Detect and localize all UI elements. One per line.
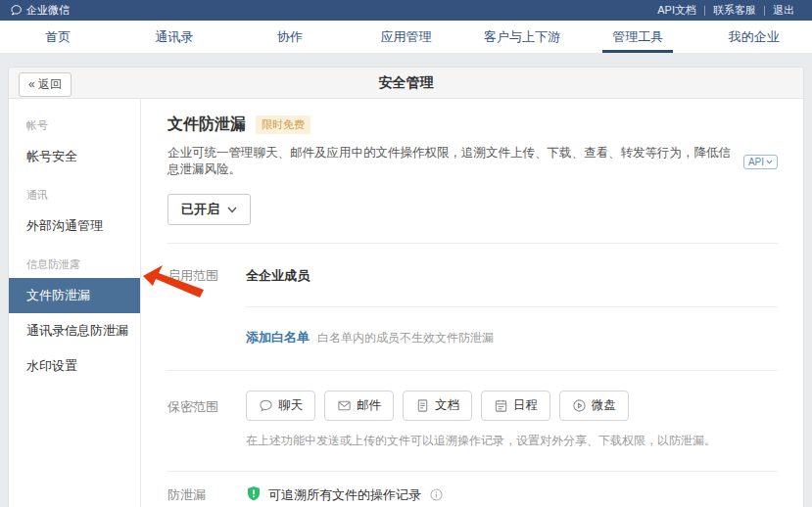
title-row: 文件防泄漏 限时免费 — [167, 115, 778, 135]
content: 文件防泄漏 限时免费 企业可统一管理聊天、邮件及应用中的文件操作权限，追溯文件上… — [141, 99, 803, 507]
chip-wedrive[interactable]: 微盘 — [559, 391, 629, 421]
topbar-links: API文档 联系客服 退出 — [649, 3, 802, 18]
chip-label: 聊天 — [278, 397, 303, 414]
logout-link[interactable]: 退出 — [765, 3, 802, 18]
limited-free-badge: 限时免费 — [256, 115, 310, 134]
chip-mail[interactable]: 邮件 — [324, 391, 394, 421]
prevention-item: 可追溯所有文件的操作记录 — [246, 485, 778, 504]
sidebar-item-watermark-settings[interactable]: 水印设置 — [9, 348, 140, 384]
api-docs-link[interactable]: API文档 — [649, 3, 704, 18]
chevron-down-icon — [766, 160, 773, 164]
page: « 返回 安全管理 帐号 帐号安全 通讯 外部沟通管理 信息防泄露 文件防泄漏 … — [0, 54, 812, 507]
wecom-logo-icon — [10, 4, 23, 17]
chevron-down-icon — [227, 207, 237, 213]
feature-description: 企业可统一管理聊天、邮件及应用中的文件操作权限，追溯文件上传、下载、查看、转发等… — [167, 145, 734, 178]
nav-item-contacts[interactable]: 通讯录 — [116, 21, 231, 53]
secrecy-section: 保密范围 聊天 — [167, 371, 778, 471]
chat-icon — [259, 398, 273, 413]
brand: 企业微信 — [10, 3, 70, 18]
card-header: « 返回 安全管理 — [9, 68, 803, 99]
status-dropdown[interactable]: 已开启 — [167, 194, 251, 225]
chip-label: 邮件 — [357, 397, 381, 414]
scope-label: 启用范围 — [167, 267, 246, 285]
secrecy-note: 在上述功能中发送或上传的文件可以追溯操作记录，设置对外分享、下载权限，以防泄漏。 — [246, 433, 778, 449]
nav-item-collaboration[interactable]: 协作 — [232, 21, 348, 53]
nav-item-app-management[interactable]: 应用管理 — [348, 21, 463, 53]
nav-item-customers[interactable]: 客户与上下游 — [464, 21, 580, 53]
whitelist-note: 白名单内的成员不生效文件防泄漏 — [317, 330, 494, 346]
chip-calendar[interactable]: 日程 — [481, 391, 550, 421]
wedrive-icon — [572, 398, 587, 413]
nav-item-admin-tools[interactable]: 管理工具 — [580, 21, 695, 53]
topbar: 企业微信 API文档 联系客服 退出 — [0, 0, 812, 21]
chip-chat[interactable]: 聊天 — [246, 391, 315, 421]
chip-label: 微盘 — [592, 397, 616, 414]
security-management-card: « 返回 安全管理 帐号 帐号安全 通讯 外部沟通管理 信息防泄露 文件防泄漏 … — [8, 67, 804, 507]
chip-label: 日程 — [513, 397, 538, 414]
api-dropdown-button[interactable]: API — [743, 155, 778, 169]
prevention-section: 防泄漏 可追溯所有文件的操作记录 — [167, 472, 778, 507]
calendar-icon — [494, 398, 508, 413]
secrecy-chips: 聊天 邮件 — [246, 391, 778, 421]
sidebar: 帐号 帐号安全 通讯 外部沟通管理 信息防泄露 文件防泄漏 通讯录信息防泄漏 水… — [9, 99, 141, 507]
add-whitelist-link[interactable]: 添加白名单 — [246, 329, 310, 346]
main-nav: 首页 通讯录 协作 应用管理 客户与上下游 管理工具 我的企业 — [0, 21, 812, 54]
contact-support-link[interactable]: 联系客服 — [705, 3, 764, 18]
page-title: 安全管理 — [379, 74, 434, 92]
sidebar-item-external-communication[interactable]: 外部沟通管理 — [9, 208, 140, 244]
mail-icon — [337, 398, 352, 413]
nav-item-home[interactable]: 首页 — [0, 21, 116, 53]
secrecy-label: 保密范围 — [167, 391, 246, 416]
prevention-text: 可追溯所有文件的操作记录 — [268, 486, 421, 504]
document-icon — [415, 398, 430, 413]
feature-title: 文件防泄漏 — [167, 115, 246, 135]
sidebar-item-contacts-leak-prevention[interactable]: 通讯录信息防泄漏 — [9, 313, 140, 348]
api-dropdown-label: API — [748, 157, 764, 167]
status-dropdown-label: 已开启 — [181, 201, 219, 218]
card-body: 帐号 帐号安全 通讯 外部沟通管理 信息防泄露 文件防泄漏 通讯录信息防泄漏 水… — [9, 99, 803, 507]
sidebar-item-account-security[interactable]: 帐号安全 — [9, 139, 140, 174]
scope-section: 启用范围 全企业成员 添加白名单 白名单内的成员不生效文件防泄漏 — [167, 244, 778, 370]
shield-icon — [246, 485, 262, 504]
back-button[interactable]: « 返回 — [19, 72, 72, 97]
sidebar-item-file-leak-prevention[interactable]: 文件防泄漏 — [9, 278, 140, 313]
info-icon[interactable] — [430, 488, 443, 501]
chip-document[interactable]: 文档 — [403, 391, 472, 421]
sidebar-heading-account: 帐号 — [9, 105, 140, 139]
description-row: 企业可统一管理聊天、邮件及应用中的文件操作权限，追溯文件上传、下载、查看、转发等… — [167, 145, 778, 178]
chip-label: 文档 — [435, 397, 459, 414]
scope-value: 全企业成员 — [246, 267, 310, 285]
sidebar-heading-info-leak-prevention: 信息防泄露 — [9, 244, 140, 278]
nav-item-my-company[interactable]: 我的企业 — [696, 21, 812, 53]
brand-label: 企业微信 — [26, 3, 70, 18]
sidebar-heading-communication: 通讯 — [9, 174, 140, 208]
prevention-label: 防泄漏 — [167, 485, 246, 504]
whitelist-row: 添加白名单 白名单内的成员不生效文件防泄漏 — [246, 307, 778, 370]
